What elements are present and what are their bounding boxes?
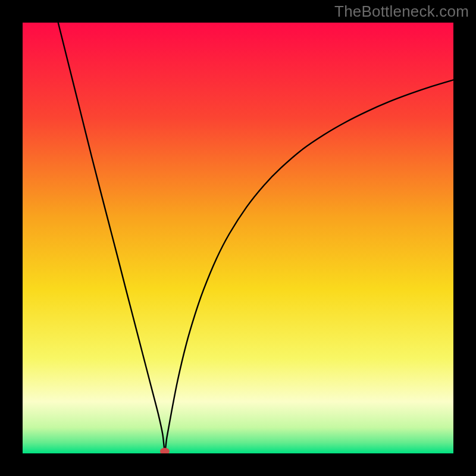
chart-svg [23,23,453,453]
chart-canvas [23,23,453,453]
chart-background [23,23,453,453]
watermark-text: TheBottleneck.com [334,2,469,21]
